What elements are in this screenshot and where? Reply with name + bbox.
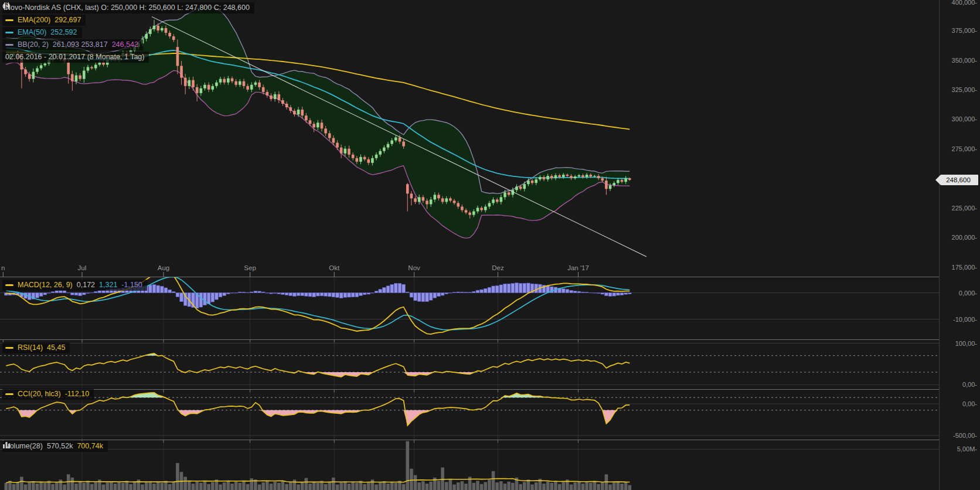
rsi-legend: RSI(14) 45,45 — [2, 342, 70, 355]
cci-label: CCI(20, hlc3) — [18, 389, 61, 399]
svg-text:0,000-: 0,000- — [959, 290, 978, 297]
volume-bars-icon — [2, 441, 11, 448]
macd-legend-row[interactable]: MACD(12, 26, 9) 0,172 1,321 -1,150 — [2, 280, 147, 291]
price-tag-value: 248,600 — [941, 175, 978, 185]
symbol-legend-row[interactable]: Novo-Nordisk AS (CHX, last) O: 250,000 H… — [2, 2, 254, 13]
cci-legend-row[interactable]: CCI(20, hlc3) -112,10 — [2, 389, 94, 400]
bollinger-label: BB(20, 2) — [18, 40, 49, 49]
gridlines — [0, 277, 940, 490]
svg-text:350,000-: 350,000- — [952, 57, 978, 64]
ema50-line-icon — [5, 32, 13, 33]
bollinger-line-icon — [5, 44, 13, 46]
ema200-value: 292,697 — [55, 15, 81, 25]
svg-text:0,00-: 0,00- — [962, 381, 977, 388]
rsi-legend-row[interactable]: RSI(14) 45,45 — [2, 342, 70, 353]
svg-text:225,000-: 225,000- — [952, 205, 978, 212]
svg-text:325,000-: 325,000- — [952, 86, 978, 93]
svg-text:400,000-: 400,000- — [952, 0, 978, 6]
svg-text:375,000-: 375,000- — [952, 27, 978, 34]
cci-oversold-fill — [6, 410, 629, 426]
chart-window: 400,000-375,000-350,000-325,000-300,000-… — [0, 0, 980, 490]
volume-label: Volume(28) — [5, 441, 43, 451]
rsi-line — [6, 353, 629, 377]
rsi-line-icon — [5, 347, 13, 349]
main-legend: Novo-Nordisk AS (CHX, last) O: 250,000 H… — [2, 2, 254, 64]
svg-text:n: n — [1, 264, 5, 271]
svg-text:Sep: Sep — [244, 264, 256, 271]
ema200-line-icon — [5, 19, 13, 21]
ema50-legend-row[interactable]: EMA(50) 252,592 — [2, 27, 82, 38]
svg-text:-10,000-: -10,000- — [953, 316, 977, 323]
volume-current-value: 570,52k — [47, 441, 73, 451]
ema50-value: 252,592 — [50, 28, 77, 37]
svg-text:-500,00-: -500,00- — [953, 432, 977, 439]
svg-text:Nov: Nov — [408, 264, 420, 271]
ema200-label: EMA(200) — [18, 15, 50, 25]
cci-line-icon — [5, 393, 13, 395]
price-axis: 400,000-375,000-350,000-325,000-300,000-… — [952, 0, 978, 452]
svg-text:Okt: Okt — [329, 264, 340, 271]
rsi-pane — [0, 353, 940, 377]
price-tag-arrow-icon — [935, 175, 941, 185]
symbol-ohlc-text: Novo-Nordisk AS (CHX, last) O: 250,000 H… — [5, 3, 250, 12]
macd-legend: MACD(12, 26, 9) 0,172 1,321 -1,150 — [2, 280, 147, 292]
volume-ma-value: 700,74k — [77, 441, 103, 451]
macd-value: 0,172 — [77, 280, 95, 290]
rsi-label: RSI(14) — [18, 343, 43, 352]
clock-icon — [2, 2, 10, 10]
bollinger-lower-value: 246,542 — [112, 40, 138, 49]
bollinger-values: 261,093 253,817 — [53, 40, 108, 49]
cci-pane — [0, 393, 940, 426]
svg-text:100,00-: 100,00- — [955, 340, 978, 347]
svg-text:Dez: Dez — [492, 264, 504, 271]
ema50-label: EMA(50) — [18, 28, 46, 37]
ema200-legend-row[interactable]: EMA(200) 292,697 — [2, 15, 86, 26]
svg-text:Jul: Jul — [78, 264, 87, 271]
cci-value: -112,10 — [65, 389, 89, 399]
bollinger-legend-row[interactable]: BB(20, 2) 261,093 253,817 246,542 — [2, 39, 143, 50]
volume-legend: Volume(28) 570,52k 700,74k — [2, 441, 108, 453]
svg-text:5,00M-: 5,00M- — [957, 445, 978, 452]
price-chart-canvas[interactable]: 400,000-375,000-350,000-325,000-300,000-… — [0, 0, 980, 490]
svg-text:200,000-: 200,000- — [952, 234, 978, 241]
macd-line-icon — [5, 284, 13, 286]
rsi-overbought-fill — [6, 353, 629, 356]
volume-legend-row[interactable]: Volume(28) 570,52k 700,74k — [2, 441, 108, 452]
macd-signal-value: 1,321 — [99, 280, 117, 290]
timerange-text: 02.06.2016 - 20.01.2017 (8 Monate, 1 Tag… — [5, 52, 144, 62]
rsi-value: 45,45 — [47, 343, 65, 352]
svg-text:Jan '17: Jan '17 — [567, 264, 589, 271]
svg-text:300,000-: 300,000- — [952, 115, 978, 122]
rsi-oversold-fill — [6, 372, 629, 377]
macd-label: MACD(12, 26, 9) — [18, 280, 73, 290]
macd-hist-value: -1,150 — [121, 280, 142, 290]
svg-text:0,00-: 0,00- — [962, 400, 977, 407]
cci-legend: CCI(20, hlc3) -112,10 — [2, 389, 94, 401]
svg-text:175,000-: 175,000- — [952, 264, 978, 271]
timerange-legend-row[interactable]: 02.06.2016 - 20.01.2017 (8 Monate, 1 Tag… — [2, 52, 149, 63]
last-price-tag: 248,600 — [935, 175, 978, 185]
svg-text:275,000-: 275,000- — [952, 145, 978, 152]
svg-text:Aug: Aug — [158, 264, 169, 271]
